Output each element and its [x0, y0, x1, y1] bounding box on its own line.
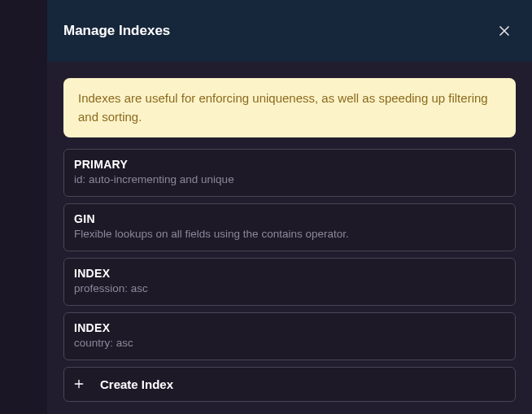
- panel-header: Manage Indexes: [47, 0, 532, 62]
- index-name: PRIMARY: [74, 158, 505, 171]
- index-name: INDEX: [74, 267, 505, 280]
- index-description: Flexible lookups on all fields using the…: [74, 227, 505, 242]
- index-description: profession: asc: [74, 281, 505, 297]
- panel-title: Manage Indexes: [63, 23, 170, 39]
- index-name: GIN: [74, 212, 505, 225]
- index-description: country: asc: [74, 336, 505, 351]
- manage-indexes-panel: Manage Indexes Indexes are useful for en…: [47, 0, 532, 414]
- info-banner: Indexes are useful for enforcing uniquen…: [63, 78, 516, 137]
- close-icon: [496, 23, 512, 39]
- index-description: id: auto-incrementing and unique: [74, 172, 505, 188]
- index-card-profession[interactable]: INDEX profession: asc: [63, 258, 516, 306]
- index-card-gin[interactable]: GIN Flexible lookups on all fields using…: [63, 203, 516, 251]
- index-list: PRIMARY id: auto-incrementing and unique…: [63, 149, 516, 402]
- panel-content: Indexes are useful for enforcing uniquen…: [47, 62, 532, 414]
- plus-icon: [72, 377, 85, 390]
- create-index-label: Create Index: [100, 377, 173, 391]
- index-card-primary[interactable]: PRIMARY id: auto-incrementing and unique: [63, 149, 516, 197]
- index-name: INDEX: [74, 321, 505, 334]
- index-card-country[interactable]: INDEX country: asc: [63, 312, 516, 360]
- close-button[interactable]: [493, 20, 516, 42]
- create-index-button[interactable]: Create Index: [63, 367, 516, 402]
